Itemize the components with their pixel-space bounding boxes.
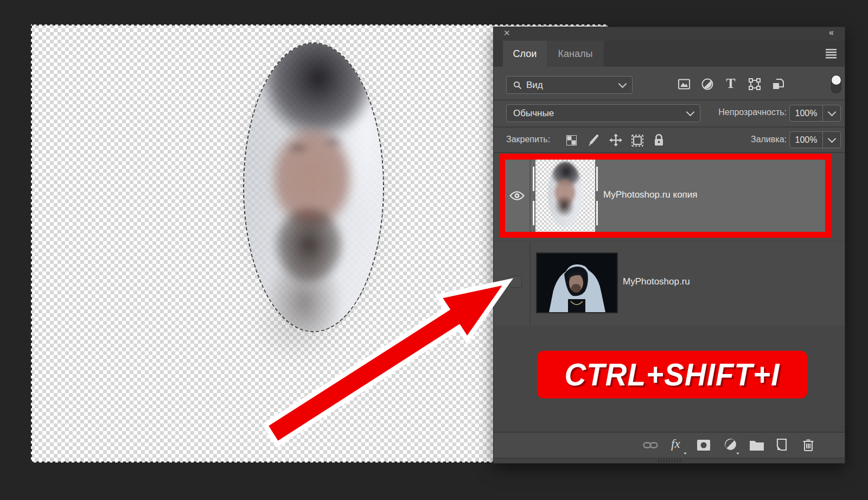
collapse-panel-icon[interactable]: «	[829, 28, 834, 37]
chevron-down-icon	[618, 80, 627, 88]
photoshop-window: ✕ « Слои Каналы	[0, 0, 868, 500]
elliptical-selection[interactable]	[243, 42, 384, 332]
layer-style-fx-icon[interactable]: fx	[671, 437, 680, 451]
tab-layers-label: Слои	[513, 48, 537, 60]
fill-label: Заливка:	[722, 135, 787, 144]
search-icon	[513, 81, 522, 90]
filter-toggle-knob	[832, 75, 841, 85]
tab-layers[interactable]: Слои	[503, 41, 547, 67]
fill-dropdown-icon[interactable]	[823, 138, 840, 142]
adjustment-dropdown-arrow	[736, 453, 739, 455]
panel-menu-icon[interactable]	[826, 48, 837, 59]
blend-row: Обычные Непрозрачность: 100%	[494, 100, 845, 128]
visibility-checkbox-empty[interactable]	[510, 276, 522, 288]
fx-dropdown-arrow	[684, 453, 687, 455]
lock-transparency-icon[interactable]	[565, 134, 577, 146]
panel-resize-strip[interactable]	[494, 458, 845, 463]
blend-mode-value: Обычные	[513, 108, 554, 119]
filter-pixel-layers-icon[interactable]	[677, 77, 691, 91]
filter-row: Вид T	[494, 67, 845, 100]
lock-label: Закрепить:	[506, 135, 550, 144]
adjustment-layer-icon[interactable]	[724, 438, 737, 451]
selected-layer-highlight	[499, 154, 831, 238]
lock-position-icon[interactable]	[609, 133, 623, 147]
layer-name-original[interactable]: MyPhotoshop.ru	[623, 276, 690, 287]
filter-kind-value: Вид	[526, 80, 543, 91]
type-T-glyph: T	[726, 75, 735, 92]
fill-field[interactable]: 100%	[789, 131, 841, 148]
shortcut-banner: CTRL+SHIFT+I	[537, 351, 807, 398]
opacity-label: Непрозрачность:	[686, 107, 787, 117]
visibility-column-divider	[529, 241, 531, 325]
tab-channels-label: Каналы	[558, 48, 593, 60]
opacity-dropdown-icon[interactable]	[823, 111, 840, 115]
filter-type-layers-icon[interactable]: T	[724, 76, 738, 91]
layer-thumbnail-original[interactable]	[536, 252, 618, 313]
delete-layer-trash-icon[interactable]	[802, 438, 815, 452]
lock-artboard-icon[interactable]	[630, 134, 644, 148]
link-layers-icon[interactable]	[642, 440, 659, 451]
close-icon[interactable]: ✕	[503, 28, 510, 38]
selection-ants-top	[31, 24, 608, 26]
filter-adjustment-layers-icon[interactable]	[700, 77, 714, 91]
fill-value[interactable]: 100%	[790, 135, 822, 145]
lock-row: Закрепить:	[494, 128, 845, 153]
new-group-folder-icon[interactable]	[749, 439, 764, 451]
filter-smart-objects-icon[interactable]	[771, 77, 785, 91]
panel-tab-bar: Слои Каналы	[494, 41, 845, 67]
lock-all-icon[interactable]	[652, 133, 665, 147]
shortcut-text: CTRL+SHIFT+I	[564, 357, 780, 393]
new-layer-icon[interactable]	[775, 438, 788, 451]
face-image	[243, 42, 384, 332]
panel-titlebar: ✕ «	[494, 27, 845, 41]
resize-grip[interactable]	[658, 459, 682, 463]
add-mask-icon[interactable]	[697, 439, 711, 452]
filter-kind-select[interactable]: Вид	[506, 76, 633, 94]
panel-footer: fx	[494, 432, 845, 458]
tab-channels[interactable]: Каналы	[547, 41, 604, 67]
filter-shape-layers-icon[interactable]	[748, 77, 762, 91]
filter-toggle-switch[interactable]	[831, 75, 841, 93]
selection-ants-left	[31, 24, 32, 463]
blend-mode-select[interactable]: Обычные	[506, 104, 700, 122]
lock-pixels-brush-icon[interactable]	[587, 133, 600, 147]
opacity-value[interactable]: 100%	[790, 109, 822, 118]
opacity-field[interactable]: 100%	[789, 105, 841, 122]
